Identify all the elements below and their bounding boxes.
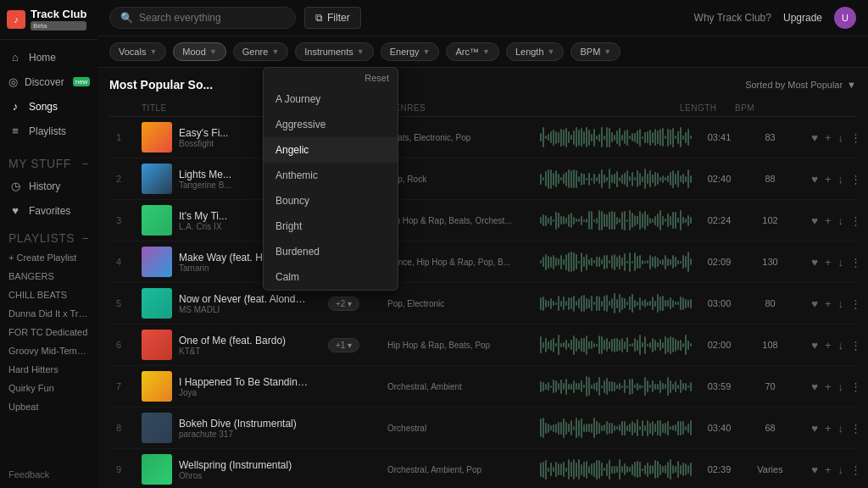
sidebar-create-playlist[interactable]: + Create Playlist [0, 248, 97, 267]
add-icon[interactable]: + [825, 173, 832, 186]
filter-energy[interactable]: Energy ▼ [381, 42, 440, 61]
sidebar-item-home[interactable]: ⌂ Home [0, 45, 97, 69]
track-waveform[interactable] [540, 291, 692, 315]
mood-item-bouncy[interactable]: Bouncy [264, 188, 398, 214]
favorite-icon[interactable]: ♥ [811, 422, 818, 435]
why-trackclub-link[interactable]: Why Track Club? [694, 12, 771, 24]
favorite-icon[interactable]: ♥ [811, 380, 818, 393]
table-row[interactable]: 5 Now or Never (feat. Alonda ... MS MADL… [109, 283, 856, 324]
mood-item-angelic[interactable]: Angelic [264, 137, 398, 163]
more-icon[interactable]: ⋮ [850, 131, 861, 144]
favorite-icon[interactable]: ♥ [811, 256, 818, 269]
mood-item-bright[interactable]: Bright [264, 214, 398, 239]
more-icon[interactable]: ⋮ [850, 463, 861, 476]
favorite-icon[interactable]: ♥ [811, 297, 818, 310]
track-waveform[interactable] [540, 167, 692, 191]
filter-button[interactable]: ⧉ Filter [304, 7, 361, 29]
download-icon[interactable]: ↓ [838, 422, 844, 435]
track-waveform[interactable] [540, 250, 692, 274]
download-icon[interactable]: ↓ [838, 463, 844, 476]
track-genres: Hip Hop & Rap, Beats, Pop [387, 341, 540, 350]
favorite-icon[interactable]: ♥ [811, 131, 818, 144]
track-waveform[interactable] [540, 458, 692, 481]
more-icon[interactable]: ⋮ [850, 256, 861, 269]
track-waveform[interactable] [540, 125, 692, 149]
table-row[interactable]: 4 Make Way (feat. Hunter Love) Tamarin +… [109, 241, 856, 283]
sidebar-item-favorites[interactable]: ♥ Favorites [0, 198, 97, 223]
more-icon[interactable]: ⋮ [850, 339, 861, 352]
add-icon[interactable]: + [825, 214, 832, 227]
table-row[interactable]: 8 Bokeh Dive (Instrumental) parachute 31… [109, 408, 856, 449]
table-row[interactable]: 9 Wellspring (Instrumental) Ohros Orches… [109, 449, 856, 488]
track-waveform[interactable] [540, 333, 692, 357]
download-icon[interactable]: ↓ [838, 131, 844, 144]
track-waveform[interactable] [540, 416, 692, 440]
filter-bpm[interactable]: BPM ▼ [570, 42, 620, 61]
playlists-toggle[interactable]: − [81, 231, 89, 245]
feedback-button[interactable]: Feedback [0, 461, 97, 488]
table-row[interactable]: 7 I Happened To Be Standing ... Joya Orc… [109, 366, 856, 408]
filter-genre[interactable]: Genre ▼ [233, 42, 289, 61]
download-icon[interactable]: ↓ [838, 256, 844, 269]
table-row[interactable]: 1 Easy's Fi... Bossfight Beats, Electron… [109, 117, 856, 158]
sidebar-item-discover[interactable]: ◎ Discover new [0, 69, 97, 94]
sidebar-item-discover-label: Discover [25, 76, 64, 88]
table-row[interactable]: 3 It's My Ti... L.A. Cris IX +1 ▾ Hip Ho… [109, 200, 856, 241]
sidebar-item-playlists[interactable]: ≡ Playlists [0, 119, 97, 143]
add-icon[interactable]: + [825, 256, 832, 269]
avatar[interactable]: U [834, 7, 856, 29]
favorite-icon[interactable]: ♥ [811, 463, 818, 476]
sidebar-playlist-groovy[interactable]: Groovy Mid-Tempo B... [0, 341, 97, 360]
add-icon[interactable]: + [825, 339, 832, 352]
sidebar-playlist-quirky[interactable]: Quirky Fun [0, 379, 97, 397]
download-icon[interactable]: ↓ [838, 380, 844, 393]
mood-item-aggressive[interactable]: Aggressive [264, 112, 398, 137]
sidebar-playlist-chill[interactable]: CHILL BEATS [0, 286, 97, 304]
mood-item-burdened[interactable]: Burdened [264, 239, 398, 264]
upgrade-link[interactable]: Upgrade [783, 12, 822, 24]
add-icon[interactable]: + [825, 380, 832, 393]
more-icon[interactable]: ⋮ [850, 214, 861, 227]
version-badge[interactable]: +1 ▾ [328, 338, 359, 352]
more-icon[interactable]: ⋮ [850, 297, 861, 310]
sidebar-playlist-fortc[interactable]: FOR TC Dedicated [0, 323, 97, 341]
my-stuff-toggle[interactable]: − [81, 157, 89, 170]
filter-instruments[interactable]: Instruments ▼ [295, 42, 373, 61]
sidebar-item-songs[interactable]: ♪ Songs [0, 94, 97, 119]
filter-length[interactable]: Length ▼ [506, 42, 565, 61]
download-icon[interactable]: ↓ [838, 297, 844, 310]
table-row[interactable]: 2 Lights Me... Tangerine B... +1 ▾ Pop, … [109, 158, 856, 200]
favorite-icon[interactable]: ♥ [811, 173, 818, 186]
favorite-icon[interactable]: ♥ [811, 339, 818, 352]
track-waveform[interactable] [540, 374, 692, 398]
sidebar-playlist-bangers[interactable]: BANGERS [0, 267, 97, 286]
mood-item-calm[interactable]: Calm [264, 264, 398, 290]
add-icon[interactable]: + [825, 463, 832, 476]
sort-dropdown[interactable]: Sorted by Most Popular ▼ [745, 80, 856, 90]
download-icon[interactable]: ↓ [838, 173, 844, 186]
add-icon[interactable]: + [825, 422, 832, 435]
search-input[interactable] [139, 12, 258, 24]
favorite-icon[interactable]: ♥ [811, 214, 818, 227]
filter-mood[interactable]: Mood ▼ [173, 42, 225, 61]
more-icon[interactable]: ⋮ [850, 173, 861, 186]
more-icon[interactable]: ⋮ [850, 422, 861, 435]
mood-reset-button[interactable]: Reset [364, 73, 389, 83]
filter-vocals[interactable]: Vocals ▼ [109, 42, 166, 61]
mood-item-journey[interactable]: A Journey [264, 86, 398, 112]
add-icon[interactable]: + [825, 131, 832, 144]
more-icon[interactable]: ⋮ [850, 380, 861, 393]
download-icon[interactable]: ↓ [838, 214, 844, 227]
table-row[interactable]: 6 One of Me (feat. Bardo) KT&T +1 ▾ Hip … [109, 324, 856, 366]
add-icon[interactable]: + [825, 297, 832, 310]
track-waveform[interactable] [540, 208, 692, 232]
instruments-arrow: ▼ [357, 47, 364, 56]
download-icon[interactable]: ↓ [838, 339, 844, 352]
sidebar-item-history[interactable]: ◷ History [0, 174, 97, 198]
filter-arc[interactable]: Arc™ ▼ [446, 42, 498, 61]
sidebar-playlist-upbeat[interactable]: Upbeat [0, 397, 97, 416]
sidebar-playlist-hard[interactable]: Hard Hitters [0, 360, 97, 379]
mood-item-anthemic[interactable]: Anthemic [264, 163, 398, 188]
version-badge[interactable]: +2 ▾ [328, 297, 359, 311]
sidebar-playlist-dunna[interactable]: Dunna Did It x Track ... [0, 304, 97, 323]
